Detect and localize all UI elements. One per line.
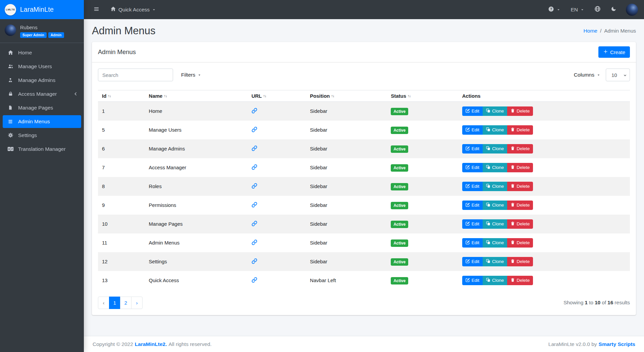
filters-dropdown[interactable]: Filters [181, 72, 201, 78]
edit-button[interactable]: Edit [462, 238, 483, 248]
edit-button[interactable]: Edit [462, 106, 483, 116]
trash-icon [511, 108, 515, 114]
sidebar-toggle-button[interactable] [89, 4, 104, 16]
cell-actions: Edit Clone Delete [458, 121, 630, 139]
delete-button[interactable]: Delete [507, 163, 533, 172]
svg-text:?: ? [550, 7, 552, 11]
clone-button[interactable]: Clone [483, 276, 507, 285]
header-position[interactable]: Position↑↓ [306, 90, 387, 102]
header-url[interactable]: URL↑↓ [248, 90, 306, 102]
sidebar-item-manage-admins[interactable]: Manage Admins [3, 74, 81, 87]
table-row: 13 Quick Access Navbar Left Active Edit [98, 271, 630, 290]
avatar[interactable] [5, 25, 16, 36]
delete-button[interactable]: Delete [507, 144, 533, 153]
quick-access-dropdown[interactable]: Quick Access [106, 3, 160, 16]
language-dropdown[interactable]: EN [567, 4, 588, 15]
pagination-prev[interactable]: ‹ [98, 297, 109, 309]
clone-button[interactable]: Clone [483, 182, 507, 191]
columns-dropdown[interactable]: Columns [574, 72, 600, 78]
status-badge: Active [391, 239, 408, 247]
table-row: 6 Manage Admins Sidebar Active Edit [98, 139, 630, 158]
clone-button[interactable]: Clone [483, 201, 507, 210]
delete-button[interactable]: Delete [507, 276, 533, 285]
cell-position: Sidebar [306, 158, 387, 177]
url-link-icon[interactable] [252, 108, 257, 114]
dark-mode-toggle[interactable] [607, 3, 621, 16]
footer-brand-link[interactable]: LaraMinLte2. [135, 341, 167, 347]
delete-button[interactable]: Delete [507, 257, 533, 266]
delete-button[interactable]: Delete [507, 125, 533, 135]
clone-button[interactable]: Clone [483, 257, 507, 266]
help-dropdown[interactable]: ? [544, 3, 565, 16]
url-link-icon[interactable] [252, 164, 257, 170]
edit-button[interactable]: Edit [462, 257, 483, 266]
chevron-down-icon [198, 73, 201, 77]
clone-button[interactable]: Clone [483, 106, 507, 116]
edit-button[interactable]: Edit [462, 201, 483, 210]
sidebar: LMLTE LaraMinLte Rubens Super Admin Admi… [0, 0, 84, 352]
avatar[interactable] [626, 4, 638, 16]
brand[interactable]: LMLTE LaraMinLte [0, 0, 84, 19]
cell-position: Sidebar [306, 139, 387, 158]
sort-icon: ↑↓ [164, 94, 167, 98]
clone-icon [486, 127, 490, 133]
header-name[interactable]: Name↑↓ [145, 90, 248, 102]
vendor-link[interactable]: Smarty Scripts [599, 341, 635, 347]
clone-button[interactable]: Clone [483, 238, 507, 248]
header-id[interactable]: Id↑↓ [98, 90, 145, 102]
cell-status: Active [387, 139, 458, 158]
header-status[interactable]: Status↑↓ [387, 90, 458, 102]
brand-logo-icon: LMLTE [5, 4, 16, 15]
language-icon: AZ [6, 146, 15, 151]
delete-button[interactable]: Delete [507, 201, 533, 210]
edit-button[interactable]: Edit [462, 125, 483, 135]
breadcrumb-home-link[interactable]: Home [584, 28, 597, 34]
question-circle-icon: ? [548, 6, 554, 13]
cell-actions: Edit Clone Delete [458, 139, 630, 158]
url-link-icon[interactable] [252, 127, 257, 132]
cell-url [248, 102, 306, 121]
sidebar-item-manage-pages[interactable]: Manage Pages [3, 101, 81, 114]
table-row: 12 Settings Sidebar Active Edit [98, 252, 630, 271]
page-size-select[interactable]: 10 [606, 69, 630, 81]
sidebar-item-manage-users[interactable]: Manage Users [3, 60, 81, 73]
cell-position: Sidebar [306, 215, 387, 233]
url-link-icon[interactable] [252, 183, 257, 189]
trash-icon [511, 203, 515, 208]
clone-button[interactable]: Clone [483, 163, 507, 172]
delete-button[interactable]: Delete [507, 238, 533, 248]
clone-button[interactable]: Clone [483, 219, 507, 229]
create-button[interactable]: Create [598, 46, 630, 58]
delete-button[interactable]: Delete [507, 106, 533, 116]
user-name[interactable]: Rubens [20, 25, 64, 31]
edit-button[interactable]: Edit [462, 144, 483, 153]
pagination-next[interactable]: › [131, 297, 143, 309]
pagination-page-1[interactable]: 1 [109, 297, 120, 309]
content-wrapper: Admin Menus Home / Admin Menus Admin Men… [84, 19, 644, 336]
chevron-down-icon [556, 8, 560, 12]
sidebar-item-home[interactable]: Home [3, 46, 81, 59]
url-link-icon[interactable] [252, 239, 257, 245]
clone-button[interactable]: Clone [483, 144, 507, 153]
globe-icon [594, 6, 601, 13]
edit-button[interactable]: Edit [462, 276, 483, 285]
sidebar-item-admin-menus[interactable]: Admin Menus [3, 115, 81, 128]
edit-button[interactable]: Edit [462, 182, 483, 191]
search-input[interactable] [98, 69, 173, 81]
edit-button[interactable]: Edit [462, 163, 483, 172]
sidebar-item-settings[interactable]: Settings [3, 129, 81, 142]
sidebar-item-access-manager[interactable]: Access Manager [3, 88, 81, 100]
fullscreen-globe-button[interactable] [590, 3, 605, 16]
edit-button[interactable]: Edit [462, 219, 483, 229]
clone-button[interactable]: Clone [483, 125, 507, 135]
url-link-icon[interactable] [252, 202, 257, 208]
edit-pen-icon [466, 221, 470, 227]
sidebar-item-translation-manager[interactable]: AZ Translation Manager [3, 143, 81, 156]
delete-button[interactable]: Delete [507, 182, 533, 191]
url-link-icon[interactable] [252, 145, 257, 151]
delete-button[interactable]: Delete [507, 219, 533, 229]
url-link-icon[interactable] [252, 221, 257, 226]
pagination-page-2[interactable]: 2 [120, 297, 131, 309]
url-link-icon[interactable] [252, 277, 257, 283]
url-link-icon[interactable] [252, 258, 257, 264]
